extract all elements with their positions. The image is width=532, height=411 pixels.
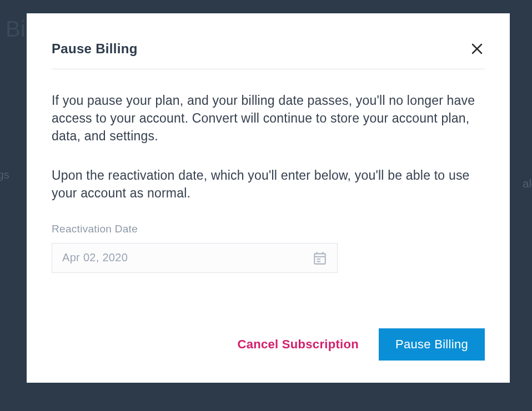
- close-icon: [470, 42, 484, 55]
- reactivation-date-input[interactable]: [62, 251, 313, 264]
- reactivation-date-field[interactable]: [52, 243, 338, 273]
- background-page-title: Bi: [6, 17, 26, 42]
- modal-title: Pause Billing: [52, 41, 138, 57]
- bg-nav-item: te: [0, 123, 9, 158]
- modal-paragraph-2: Upon the reactivation date, which you'll…: [52, 166, 485, 202]
- pause-billing-modal: Pause Billing If you pause your plan, an…: [27, 13, 510, 383]
- modal-footer: Cancel Subscription Pause Billing: [52, 328, 485, 361]
- bg-nav-item: n: [0, 89, 9, 123]
- pause-billing-button[interactable]: Pause Billing: [379, 328, 485, 361]
- background-sidebar: n te ings: [0, 89, 9, 192]
- modal-body: If you pause your plan, and your billing…: [52, 92, 485, 273]
- bg-right-fragment: alo: [523, 177, 532, 190]
- calendar-icon: [313, 251, 327, 265]
- modal-paragraph-1: If you pause your plan, and your billing…: [52, 92, 485, 145]
- close-button[interactable]: [469, 41, 485, 57]
- bg-nav-item: ings: [0, 158, 9, 192]
- cancel-subscription-button[interactable]: Cancel Subscription: [238, 337, 359, 352]
- modal-header: Pause Billing: [52, 41, 485, 69]
- reactivation-date-label: Reactivation Date: [52, 223, 485, 235]
